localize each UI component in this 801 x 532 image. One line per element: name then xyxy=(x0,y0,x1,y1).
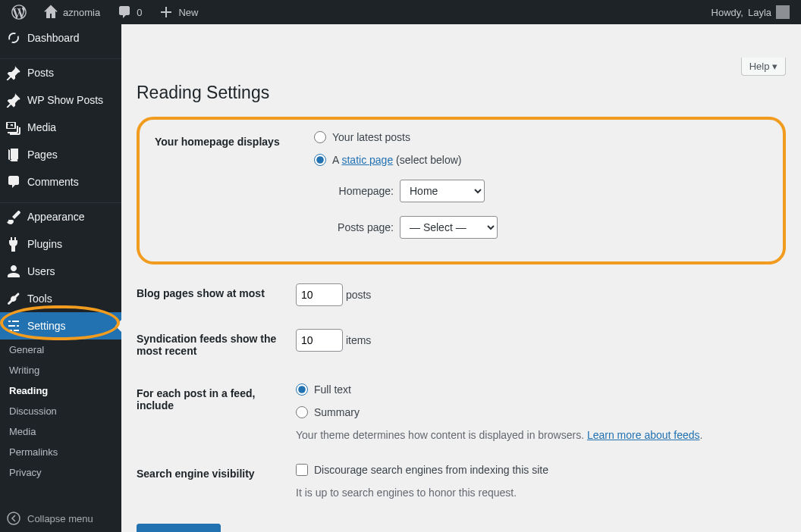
submenu-discussion[interactable]: Discussion xyxy=(0,401,121,421)
comments-count: 0 xyxy=(137,7,142,18)
sidebar-item-settings[interactable]: Settings xyxy=(0,312,121,340)
radio-latest-posts[interactable] xyxy=(314,131,326,143)
radio-static-page[interactable] xyxy=(314,154,326,166)
sidebar-item-label: Media xyxy=(27,121,56,133)
save-changes-button[interactable]: Save Changes xyxy=(137,524,221,532)
sidebar-item-wpshowposts[interactable]: WP Show Posts xyxy=(0,86,121,114)
radio-static-page-label: A static page (select below) xyxy=(332,154,461,166)
collapse-label: Collapse menu xyxy=(27,513,93,524)
brush-icon xyxy=(6,209,21,224)
learn-more-feeds-link[interactable]: Learn more about feeds xyxy=(587,429,700,441)
sidebar-item-label: Posts xyxy=(27,67,54,79)
plugin-icon xyxy=(6,236,21,252)
new-label: New xyxy=(178,7,198,18)
static-page-link[interactable]: static page xyxy=(341,154,393,166)
main-content: Help ▾ Reading Settings Your homepage di… xyxy=(121,49,801,532)
page-icon xyxy=(6,147,21,162)
row-label-feedinclude: For each post in a feed, include xyxy=(137,372,288,452)
sliders-icon xyxy=(6,318,21,333)
sidebar-item-label: Comments xyxy=(27,176,79,188)
postspage-select-label: Posts page: xyxy=(329,221,394,233)
row-label-homepage-displays: Your homepage displays xyxy=(155,131,306,250)
howdy-prefix: Howdy, xyxy=(711,7,743,18)
sidebar-item-dashboard[interactable]: Dashboard xyxy=(0,24,121,52)
discourage-search-checkbox[interactable] xyxy=(296,464,308,476)
submenu-permalinks[interactable]: Permalinks xyxy=(0,442,121,462)
site-name-menu[interactable]: aznomia xyxy=(38,0,105,24)
search-engine-description: It is up to search engines to honor this… xyxy=(296,487,778,499)
wordpress-icon xyxy=(11,5,27,20)
submenu-privacy[interactable]: Privacy xyxy=(0,462,121,483)
radio-full-text[interactable] xyxy=(296,383,308,396)
avatar xyxy=(776,5,790,19)
posts-per-page-input[interactable] xyxy=(296,283,343,306)
sidebar-item-label: Users xyxy=(27,265,55,277)
admin-bar: aznomia 0 New Howdy, Layla xyxy=(0,0,801,24)
radio-latest-posts-label: Your latest posts xyxy=(332,131,410,143)
collapse-icon xyxy=(6,511,21,526)
sidebar-item-users[interactable]: Users xyxy=(0,258,121,285)
svg-point-0 xyxy=(8,512,20,524)
pin-icon xyxy=(6,92,21,108)
media-icon xyxy=(6,120,21,135)
submenu-media[interactable]: Media xyxy=(0,421,121,442)
sidebar-item-label: Dashboard xyxy=(27,32,80,44)
submenu-writing[interactable]: Writing xyxy=(0,360,121,380)
row-label-searchengine: Search engine visibility xyxy=(137,452,288,510)
homepage-select[interactable]: Home xyxy=(400,180,485,202)
feed-description: Your theme determines how content is dis… xyxy=(296,429,778,441)
wordpress-logo-menu[interactable] xyxy=(6,0,32,24)
my-account-menu[interactable]: Howdy, Layla xyxy=(706,0,795,24)
pin-icon xyxy=(6,65,21,80)
help-button[interactable]: Help ▾ xyxy=(741,58,786,76)
comment-icon xyxy=(6,174,21,189)
sidebar-item-label: Tools xyxy=(27,293,52,305)
sidebar-item-posts[interactable]: Posts xyxy=(0,59,121,86)
highlight-box: Your homepage displays Your latest posts… xyxy=(137,117,786,264)
wrench-icon xyxy=(6,291,21,306)
posts-per-rss-input[interactable] xyxy=(296,329,343,352)
plus-icon xyxy=(159,5,174,20)
dashboard-icon xyxy=(6,30,21,45)
radio-full-text-label: Full text xyxy=(314,383,351,396)
sidebar-item-comments[interactable]: Comments xyxy=(0,168,121,196)
sidebar-item-label: Appearance xyxy=(27,211,85,223)
radio-summary-label: Summary xyxy=(314,406,360,418)
sidebar-item-appearance[interactable]: Appearance xyxy=(0,203,121,230)
posts-per-rss-unit: items xyxy=(346,334,371,346)
discourage-search-label: Discourage search engines from indexing … xyxy=(314,464,548,476)
submenu-general[interactable]: General xyxy=(0,340,121,360)
sidebar-item-label: WP Show Posts xyxy=(27,94,103,106)
site-name-label: aznomia xyxy=(63,7,100,18)
posts-per-page-unit: posts xyxy=(346,289,371,301)
row-label-blogpages: Blog pages show at most xyxy=(137,272,288,318)
comments-menu[interactable]: 0 xyxy=(112,0,147,24)
submenu-reading[interactable]: Reading xyxy=(0,380,121,401)
sidebar-item-label: Plugins xyxy=(27,238,62,250)
user-name: Layla xyxy=(748,7,771,18)
sidebar-item-tools[interactable]: Tools xyxy=(0,285,121,312)
comment-icon xyxy=(117,5,132,20)
user-icon xyxy=(6,264,21,279)
sidebar-item-pages[interactable]: Pages xyxy=(0,141,121,168)
postspage-select[interactable]: — Select — xyxy=(400,216,498,239)
sidebar-item-label: Settings xyxy=(27,320,66,332)
new-content-menu[interactable]: New xyxy=(153,0,203,24)
sidebar-item-media[interactable]: Media xyxy=(0,114,121,141)
page-title: Reading Settings xyxy=(137,76,786,117)
sidebar-item-label: Pages xyxy=(27,149,58,161)
home-icon xyxy=(43,5,58,20)
admin-sidebar: Dashboard Posts WP Show Posts Media Page… xyxy=(0,24,121,532)
sidebar-item-plugins[interactable]: Plugins xyxy=(0,230,121,258)
collapse-menu[interactable]: Collapse menu xyxy=(0,505,121,532)
radio-summary[interactable] xyxy=(296,406,308,418)
homepage-select-label: Homepage: xyxy=(329,185,394,197)
row-label-syndication: Syndication feeds show the most recent xyxy=(137,318,288,372)
